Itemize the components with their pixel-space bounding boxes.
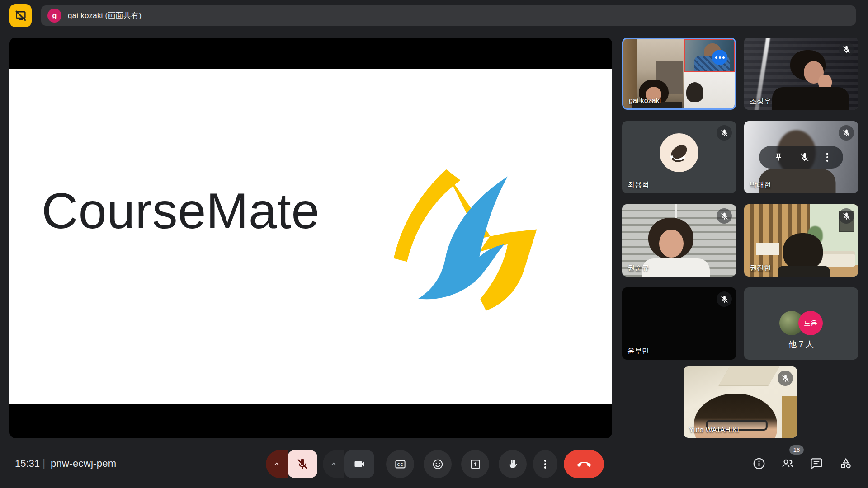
tile-choiyonghyuk[interactable]: 최용혁 <box>622 121 736 193</box>
mic-muted-icon <box>717 208 732 224</box>
mic-muted-icon <box>717 125 732 141</box>
activities-button[interactable] <box>839 457 853 470</box>
mic-muted-icon <box>778 371 793 386</box>
show-everyone-button[interactable] <box>781 457 794 470</box>
present-screen-button[interactable] <box>461 450 489 478</box>
presenter-avatar: g <box>47 9 61 23</box>
meeting-details-button[interactable] <box>752 457 766 470</box>
tile-parktaehyun[interactable]: 박태현 <box>744 121 858 193</box>
presenter-avatar-letter: g <box>52 12 57 20</box>
meet-window: g gai kozaki (画面共有) CourseMate <box>0 0 868 488</box>
activities-icon <box>839 457 853 470</box>
participant-name: 권진현 <box>750 263 771 273</box>
chat-button[interactable] <box>810 457 823 470</box>
presenting-banner: g gai kozaki (画面共有) <box>41 5 856 26</box>
present-icon <box>469 458 481 470</box>
tile-kwonsungyu[interactable]: 권순규 <box>622 204 736 277</box>
people-icon <box>781 457 794 470</box>
captions-icon: CC <box>394 458 406 470</box>
participant-name: 최용혁 <box>627 180 649 190</box>
tile-others-overflow[interactable]: 도윤 他 7 人 <box>744 287 858 360</box>
presentation-slide: CourseMate <box>9 69 612 404</box>
avatar-doyun: 도윤 <box>798 311 823 335</box>
mic-muted-icon <box>839 125 854 141</box>
participant-count-badge: 16 <box>789 445 804 455</box>
overflow-avatars: 도윤 <box>779 311 823 335</box>
presenter-label: gai kozaki (画面共有) <box>68 10 142 21</box>
phone-down-icon <box>577 457 591 471</box>
chat-icon <box>810 457 823 470</box>
slide-title: CourseMate <box>42 182 320 240</box>
divider: | <box>42 457 45 469</box>
tile-yunbumin[interactable]: 윤부민 <box>622 287 736 360</box>
call-controls: CC <box>266 450 604 478</box>
participant-name: 권순규 <box>627 263 649 273</box>
raise-hand-button[interactable] <box>499 450 527 478</box>
camera-options-chevron[interactable] <box>323 450 344 478</box>
tile-more-options-button[interactable] <box>712 50 727 65</box>
coursemate-logo <box>383 163 549 321</box>
reactions-button[interactable] <box>424 450 452 478</box>
camera-toggle-button[interactable] <box>344 450 374 478</box>
chevron-up-icon <box>329 460 338 469</box>
tile-more-options-button[interactable] <box>826 153 829 162</box>
chevron-up-icon <box>272 460 281 469</box>
avatar-label: 도윤 <box>804 319 817 328</box>
tile-gai-kozaki[interactable]: gai kozaki <box>622 38 736 110</box>
tile-kwonjinhyun[interactable]: 권진현 <box>744 204 858 277</box>
tile-josangu[interactable]: 조상우 <box>744 38 858 110</box>
presentation-off-icon <box>14 9 28 23</box>
smiley-icon <box>432 458 444 470</box>
participant-name: 박태현 <box>750 180 771 190</box>
participant-name: 윤부민 <box>627 347 649 356</box>
svg-text:CC: CC <box>397 462 403 467</box>
avatar <box>660 133 698 172</box>
mic-muted-icon <box>839 208 854 224</box>
tile-hover-controls <box>759 146 843 169</box>
meeting-code: pnw-ecwj-pem <box>51 458 116 469</box>
mic-options-chevron[interactable] <box>266 450 288 478</box>
info-icon <box>752 457 766 470</box>
captions-button[interactable]: CC <box>386 450 414 478</box>
stop-presentation-button[interactable] <box>9 4 32 27</box>
participant-name: Yuto WATAHIKI <box>689 426 739 434</box>
mic-muted-icon <box>839 42 854 57</box>
mute-participant-button[interactable] <box>800 152 810 162</box>
shared-screen: CourseMate <box>9 38 612 438</box>
tile-yuto-watahiki[interactable]: Yuto WATAHIKI <box>684 366 797 438</box>
camera-icon <box>353 458 366 470</box>
mic-off-icon <box>296 458 309 470</box>
participant-name: gai kozaki <box>629 97 661 105</box>
end-call-button[interactable] <box>564 450 604 478</box>
more-options-button[interactable] <box>533 450 557 478</box>
more-vertical-icon <box>544 460 547 469</box>
mic-toggle-button[interactable] <box>288 450 317 478</box>
clock-time: 15:31 <box>15 458 40 469</box>
mic-muted-icon <box>717 291 732 307</box>
others-count-label: 他 7 人 <box>744 339 858 350</box>
pin-button[interactable] <box>774 153 783 162</box>
participant-name: 조상우 <box>750 97 771 106</box>
hand-icon <box>507 458 519 470</box>
